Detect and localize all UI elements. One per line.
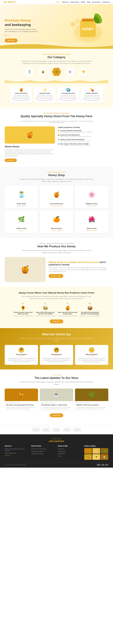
product-name-blossom: Blossom Honey xyxy=(41,228,72,229)
partner-logo-5: HONEY+ xyxy=(73,428,81,432)
prop-desc-4: Fusce vulputate commodo erat. Praesent i… xyxy=(60,145,91,146)
category-title: Our Category xyxy=(5,56,108,59)
footer-about-link[interactable]: » about us xyxy=(5,455,29,456)
blog-body-3: In volutua Lorem, quis ultrices euismod … xyxy=(76,407,107,410)
hero-dot-3[interactable] xyxy=(8,35,9,36)
blog-cta-button[interactable]: Read More xyxy=(50,414,63,417)
footer-guide-col: Guide & Help My account Shopping Cart Re… xyxy=(58,445,82,460)
hero-description: Praesent id arcu sed enim adipis dapibus… xyxy=(5,28,39,33)
cat-title-international: International Honey xyxy=(59,92,78,94)
hex-item-5[interactable]: 💛 xyxy=(78,68,89,77)
nav-blog[interactable]: Blog xyxy=(87,1,90,3)
product-name-ginger: Ginger Honey xyxy=(6,203,37,204)
gallery-thumb-2[interactable]: 🌸 xyxy=(92,448,100,454)
hex-item-1[interactable]: 🫙 xyxy=(24,68,35,77)
testimonial-role-3: ★★★★★ xyxy=(77,355,106,356)
blog-title-1: The season, increased yield of bee honey xyxy=(6,404,37,406)
step-1: 01. 🌻 Flowers produce nectar and attract… xyxy=(13,303,33,317)
testimonial-name-2: Elizabeth Reids xyxy=(42,354,71,355)
product-img-blossom: 🍊 xyxy=(51,212,62,226)
nav-safety[interactable]: Safety xyxy=(81,1,85,3)
category-card-international[interactable]: 🌍 International Honey Fusce vulputate co… xyxy=(57,86,79,103)
nav-about[interactable]: About Us xyxy=(62,1,68,3)
hero-wave-divider xyxy=(0,42,113,49)
hero-dot-1[interactable] xyxy=(5,35,6,36)
step-title-4: We collect the product and transfer it t… xyxy=(80,312,100,315)
nav-home[interactable]: Home xyxy=(56,1,60,3)
footer-gallery-grid: 🍯 🌸 🌿 🐝 🌻 🫙 xyxy=(84,448,108,460)
produce-cta-button[interactable]: Explore Now xyxy=(49,274,63,278)
know-cta-button[interactable]: Read More xyxy=(50,320,63,324)
testimonial-name-1: Shaun Rashford xyxy=(7,354,36,355)
product-heather-honey[interactable]: 🌿 Heather Honey $25.95 xyxy=(5,210,38,233)
category-card-health[interactable]: 💊 Health & Nutrition Fusce vulputate com… xyxy=(81,86,103,103)
footer-recent-post-1[interactable]: The season, increased yield... xyxy=(31,448,55,450)
testimonials-desc: Praesent id arcu sed enim adipis dapibus… xyxy=(19,337,94,342)
footer-about-text: Address: St. Adermann, Denver, State, Co… xyxy=(5,448,29,452)
gallery-thumb-4[interactable]: 🐝 xyxy=(84,454,92,460)
cat-icon-specialty: ✨ xyxy=(35,88,54,92)
blog-body-1: Lorem ipsum dolor sit amet, consectetur … xyxy=(6,407,37,410)
product-grid: 🫙 Ginger Honey $21.96 $16.51 🍯 Fresh Van… xyxy=(5,186,108,233)
payment-visa: VISA xyxy=(97,464,101,466)
hex-icon-3: 🌿 xyxy=(52,68,61,76)
testimonial-name-3: Millicent Rashford xyxy=(77,354,106,355)
footer-recent-post-2[interactable]: The beekeeper begins to... xyxy=(31,450,55,452)
step-desc-3: Praesent id arcu sed enim adipis dapibus… xyxy=(58,315,78,317)
hex-item-3[interactable]: 🌿 xyxy=(51,68,62,77)
testimonial-text-3: Fusce vulputate commodo erat. Praesent i… xyxy=(77,358,106,363)
quality-read-more-button[interactable]: Read More xyxy=(5,158,17,162)
blog-section: From Our Blog The Latest Updates To Our … xyxy=(0,370,113,422)
step-desc-1: Praesent id arcu sed enim adipis dapibus… xyxy=(13,315,33,317)
partner-logo-3: ORGANIC xyxy=(52,428,61,432)
gallery-thumb-3[interactable]: 🌿 xyxy=(101,448,108,454)
blog-post-2[interactable]: ☕ March 6, 2025 | 0 Comment The beekeepe… xyxy=(40,388,73,411)
footer-guide-account[interactable]: My account xyxy=(58,448,82,450)
site-logo[interactable]: .WS SWEETY xyxy=(3,1,16,3)
category-card-specialty[interactable]: ✨ Specialty Honey Fusce vulputate commod… xyxy=(34,86,56,103)
product-price-wildflower: $22.55 $15.55 xyxy=(76,205,107,207)
gallery-thumb-5[interactable]: 🌻 xyxy=(92,454,100,460)
testimonials-grid: 👨 Shaun Rashford ★★★★★ Fusce vulputate c… xyxy=(5,345,108,365)
nav-account[interactable]: My account xyxy=(92,1,100,3)
navbar: .WS SWEETY Home About Us Honey Shop Safe… xyxy=(0,0,113,4)
footer-guide-return[interactable]: Return Policy xyxy=(58,453,82,455)
hero-dot-2[interactable] xyxy=(6,35,7,36)
product-blossom-honey[interactable]: 🍊 Blossom Honey $35.20 - $46.50 xyxy=(40,210,73,233)
product-balsam-honey[interactable]: 🌺 Balsam Honey $15.95 - $25.95 xyxy=(75,210,108,233)
gallery-thumb-6[interactable]: 🫙 xyxy=(101,454,108,460)
gallery-thumb-1[interactable]: 🍯 xyxy=(84,448,92,454)
cat-icon-production: 🍯 xyxy=(12,88,31,92)
footer-guide-faq[interactable]: FAQ's xyxy=(58,455,82,457)
product-ginger-honey[interactable]: 🫙 Ginger Honey $21.96 $16.51 xyxy=(5,186,38,208)
blog-body-2: In volutua Lorem, quis ultrices euismod … xyxy=(41,407,72,410)
blog-post-3[interactable]: 🌿 March 6, 2025 | 0 Comment Definition o… xyxy=(75,388,108,411)
produce-highlight: Making honey is a complex and serious pr… xyxy=(49,261,108,266)
nav-shop[interactable]: Honey Shop xyxy=(70,1,79,3)
quality-left-panel: 🍯 About Honey Fusce vulputate commodo er… xyxy=(5,126,55,162)
footer-guide-cart[interactable]: Shopping Cart xyxy=(58,450,82,452)
prop-dot-2 xyxy=(58,134,59,136)
step-num-2: 02. xyxy=(35,303,55,304)
footer-recent-post-3[interactable]: Definition of the honey... xyxy=(31,453,55,455)
product-name-heather: Heather Honey xyxy=(6,228,37,229)
blog-post-1[interactable]: 🍯 March 6, 2025 | 0 Comment The season, … xyxy=(5,388,38,411)
produce-subtitle: Safe fresh, regional and seasonal honey … xyxy=(5,243,108,244)
hero-cta-button[interactable]: Shop Now xyxy=(5,38,18,42)
hex-item-2[interactable]: 🍯 xyxy=(37,68,48,77)
quality-about-title: About Honey xyxy=(5,145,55,148)
category-card-production[interactable]: 🍯 Honey Production Fusce vulputate commo… xyxy=(10,86,32,103)
hex-icon-1: 🫙 xyxy=(25,68,34,76)
cat-desc-health: Fusce vulputate commodo erat. Praesent i… xyxy=(82,95,101,101)
quality-subtitle: All the Finest Honey in the World xyxy=(5,112,108,114)
step-2: 02. 🐝 Bees collect the honey and carry i… xyxy=(35,303,55,317)
testimonial-text-2: Fusce vulputate commodo erat. Praesent i… xyxy=(42,358,71,363)
product-vanilla-honey[interactable]: 🍯 Fresh Vanilla Honey $16.57 - $18.55 xyxy=(40,186,73,208)
partner-logos-section: PARTNER BRAND ORGANIC BEE CO HONEY+ xyxy=(0,425,113,434)
product-price-heather: $25.95 xyxy=(6,230,37,232)
product-name-vanilla: Fresh Vanilla Honey xyxy=(41,203,72,204)
hero-text: Premium Honey and beekeeping Praesent id… xyxy=(5,18,39,42)
hex-item-4[interactable]: 🌸 xyxy=(65,68,76,77)
nav-contact[interactable]: Contact Us xyxy=(102,1,110,3)
product-wildflower-honey[interactable]: 🌸 Wildflower Honey $22.55 $15.55 xyxy=(75,186,108,208)
